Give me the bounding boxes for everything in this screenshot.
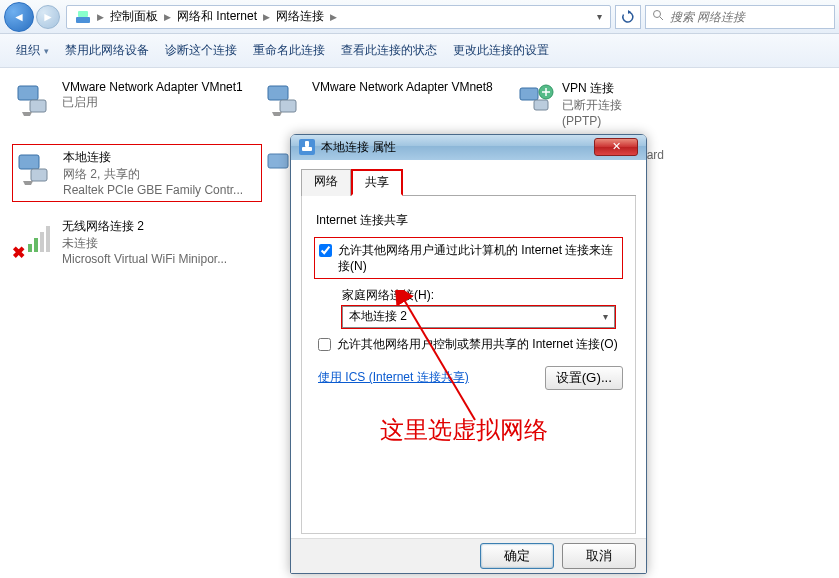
- refresh-button[interactable]: [615, 5, 641, 29]
- dropdown-icon[interactable]: ▾: [593, 11, 606, 22]
- allow-control-checkbox[interactable]: [318, 338, 331, 351]
- allow-control-label: 允许其他网络用户控制或禁用共享的 Internet 连接(O): [337, 336, 618, 352]
- settings-button[interactable]: 设置(G)...: [545, 366, 623, 390]
- tab-strip: 网络 共享: [301, 168, 636, 196]
- search-input[interactable]: [668, 9, 828, 25]
- item-detail: Microsoft Virtual WiFi Minipor...: [62, 252, 227, 266]
- breadcrumb[interactable]: ▶ 控制面板 ▶ 网络和 Internet ▶ 网络连接 ▶ ▾: [66, 5, 611, 29]
- tb-disable[interactable]: 禁用此网络设备: [57, 38, 157, 63]
- item-title: 无线网络连接 2: [62, 218, 227, 235]
- item-status: 未连接: [62, 235, 227, 252]
- svg-rect-17: [46, 226, 50, 252]
- allow-sharing-checkbox[interactable]: [319, 244, 332, 257]
- item-detail: (PPTP): [562, 114, 622, 128]
- tb-organize[interactable]: 组织: [8, 38, 57, 63]
- item-status: 已启用: [62, 94, 243, 111]
- home-network-value: 本地连接 2: [349, 308, 407, 325]
- tb-diagnose[interactable]: 诊断这个连接: [157, 38, 245, 63]
- svg-rect-12: [31, 169, 47, 181]
- forward-button[interactable]: ►: [36, 5, 60, 29]
- search-box[interactable]: [645, 5, 835, 29]
- crumb-network-connections[interactable]: 网络连接: [272, 8, 328, 25]
- tb-rename[interactable]: 重命名此连接: [245, 38, 333, 63]
- network-adapter-icon: [16, 80, 56, 120]
- svg-rect-1: [78, 11, 88, 17]
- svg-rect-7: [280, 100, 296, 112]
- allow-sharing-label: 允许其他网络用户通过此计算机的 Internet 连接来连接(N): [338, 242, 618, 274]
- ics-link[interactable]: 使用 ICS (Internet 连接共享): [318, 369, 469, 386]
- properties-dialog: 本地连接 属性 ✕ 网络 共享 Internet 连接共享 允许其他网络用户通过…: [290, 134, 647, 574]
- svg-rect-8: [520, 88, 538, 100]
- wifi-disabled-icon: ✖: [16, 218, 56, 258]
- address-bar: ◄ ► ▶ 控制面板 ▶ 网络和 Internet ▶ 网络连接 ▶ ▾: [0, 0, 839, 34]
- dialog-titlebar[interactable]: 本地连接 属性 ✕: [291, 135, 646, 160]
- chevron-right-icon: ▶: [328, 12, 339, 22]
- svg-rect-6: [268, 86, 288, 100]
- tb-change[interactable]: 更改此连接的设置: [445, 38, 557, 63]
- dialog-footer: 确定 取消: [291, 538, 646, 573]
- ok-button[interactable]: 确定: [480, 543, 554, 569]
- svg-line-3: [660, 17, 663, 20]
- item-title: VPN 连接: [562, 80, 622, 97]
- home-network-label: 家庭网络连接(H):: [342, 287, 623, 304]
- svg-rect-5: [30, 100, 46, 112]
- svg-rect-0: [76, 17, 90, 23]
- svg-rect-4: [18, 86, 38, 100]
- svg-rect-11: [19, 155, 39, 169]
- svg-rect-16: [40, 232, 44, 252]
- cancel-button[interactable]: 取消: [562, 543, 636, 569]
- item-detail: Realtek PCIe GBE Family Contr...: [63, 183, 243, 197]
- vpn-icon: [516, 80, 556, 120]
- crumb-network-internet[interactable]: 网络和 Internet: [173, 8, 261, 25]
- home-network-select[interactable]: 本地连接 2: [342, 306, 615, 328]
- close-button[interactable]: ✕: [594, 138, 638, 156]
- dialog-title-text: 本地连接 属性: [321, 139, 396, 156]
- chevron-right-icon: ▶: [261, 12, 272, 22]
- adapter-wireless2[interactable]: ✖ 无线网络连接 2 未连接 Microsoft Virtual WiFi Mi…: [12, 214, 262, 270]
- network-adapter-icon: [266, 80, 306, 120]
- search-icon: [652, 9, 664, 24]
- item-title: VMware Network Adapter VMnet1: [62, 80, 243, 94]
- tab-sharing[interactable]: 共享: [351, 169, 403, 196]
- network-adapter-icon: [17, 149, 57, 189]
- chevron-right-icon: ▶: [95, 12, 106, 22]
- svg-rect-14: [28, 244, 32, 252]
- item-status: 网络 2, 共享的: [63, 166, 243, 183]
- x-mark-icon: ✖: [12, 243, 25, 262]
- network-icon: [299, 139, 315, 155]
- annotation-text: 这里选虚拟网络: [380, 414, 548, 446]
- crumb-control-panel[interactable]: 控制面板: [106, 8, 162, 25]
- chevron-right-icon: ▶: [162, 12, 173, 22]
- tab-network[interactable]: 网络: [301, 169, 351, 196]
- allow-control-row: 允许其他网络用户控制或禁用共享的 Internet 连接(O): [314, 332, 623, 356]
- breadcrumb-icon[interactable]: [71, 9, 95, 25]
- allow-sharing-row: 允许其他网络用户通过此计算机的 Internet 连接来连接(N): [314, 237, 623, 279]
- svg-rect-9: [534, 100, 548, 110]
- svg-rect-13: [268, 154, 288, 168]
- back-button[interactable]: ◄: [4, 2, 34, 32]
- adapter-local[interactable]: 本地连接 网络 2, 共享的 Realtek PCIe GBE Family C…: [12, 144, 262, 202]
- item-title: 本地连接: [63, 149, 243, 166]
- adapter-vmnet8[interactable]: VMware Network Adapter VMnet8: [262, 76, 512, 132]
- group-label: Internet 连接共享: [316, 212, 623, 229]
- svg-point-2: [654, 11, 661, 18]
- svg-rect-15: [34, 238, 38, 252]
- adapter-vpn[interactable]: VPN 连接 已断开连接 (PPTP): [512, 76, 772, 132]
- adapter-vmnet1[interactable]: VMware Network Adapter VMnet1 已启用: [12, 76, 262, 132]
- toolbar: 组织 禁用此网络设备 诊断这个连接 重命名此连接 查看此连接的状态 更改此连接的…: [0, 34, 839, 68]
- item-title: VMware Network Adapter VMnet8: [312, 80, 493, 94]
- tab-panel-sharing: Internet 连接共享 允许其他网络用户通过此计算机的 Internet 连…: [301, 196, 636, 534]
- item-status: 已断开连接: [562, 97, 622, 114]
- tb-status[interactable]: 查看此连接的状态: [333, 38, 445, 63]
